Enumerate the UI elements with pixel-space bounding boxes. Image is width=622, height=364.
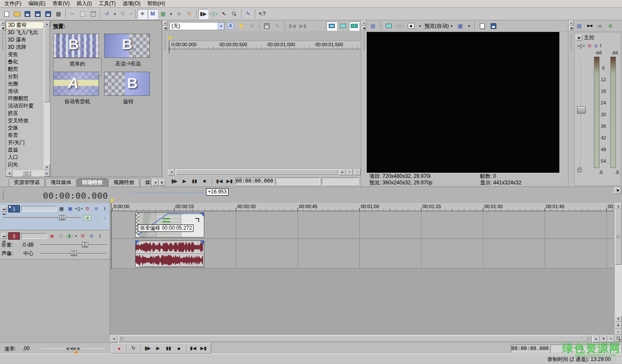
tab-scroll-right-icon[interactable]: ►	[159, 179, 165, 186]
envelope-edit-tool-button[interactable]: ∘▯∘	[209, 9, 219, 19]
save-button[interactable]	[22, 9, 32, 19]
split-screen-button[interactable]: ●	[406, 21, 416, 31]
fx-selection-length[interactable]	[322, 177, 359, 185]
lock-envelopes-button[interactable]: ⊕	[174, 9, 184, 19]
drag-grip[interactable]	[164, 33, 166, 50]
volume-slider[interactable]	[40, 244, 107, 246]
dim-output-button[interactable]: ◁↓	[596, 21, 604, 31]
transition-list-item[interactable]: 3D 洗牌	[6, 44, 44, 51]
zoom-tool-icon[interactable]	[615, 335, 622, 342]
slider-handle[interactable]	[82, 242, 88, 247]
transition-list-item[interactable]: 分割	[6, 73, 44, 80]
menu-item[interactable]: 工具(T)	[95, 0, 119, 8]
fx-time-ruler[interactable]: 0:00:00.00000:00:00.50000:00:01.00000:00…	[168, 41, 361, 49]
automation-gear-icon[interactable]: ⚙	[79, 233, 86, 239]
tab-item[interactable]: 资源管理器	[9, 178, 45, 187]
transport-time-display[interactable]: 00:00:00.000	[511, 345, 549, 352]
save-preset-button[interactable]: ⚡	[236, 21, 246, 31]
close-icon[interactable]: ×	[362, 21, 366, 25]
go-to-start-button[interactable]: ▮◀	[188, 344, 198, 352]
track-motion-icon[interactable]: ▣	[67, 206, 74, 212]
transition-list-item[interactable]: 3D 飞入/飞出	[6, 29, 44, 36]
transition-list-item[interactable]: 滑动	[6, 88, 44, 95]
loop-marker-icon[interactable]	[111, 199, 115, 203]
preset-item[interactable]: B简单的	[53, 34, 102, 71]
scroll-up-icon[interactable]: ▲	[44, 21, 50, 27]
transition-list-item[interactable]: 卷页	[6, 132, 44, 139]
envelope-lock-button[interactable]: M	[148, 9, 158, 19]
undo-button[interactable]: ↺	[102, 9, 112, 19]
pan-slider[interactable]	[40, 253, 107, 254]
close-icon[interactable]: ×	[0, 21, 5, 25]
loop-playback-button[interactable]: ↻	[129, 344, 138, 352]
solo-icon[interactable]: !	[101, 206, 108, 212]
fx-selection-start[interactable]	[276, 177, 321, 185]
solo-icon[interactable]: !	[600, 43, 602, 48]
transition-list-item[interactable]: 盘旋	[6, 146, 44, 154]
menu-item[interactable]: 帮助(H)	[144, 0, 168, 8]
tab-item[interactable]: 项目媒体	[45, 178, 76, 187]
insert-envelope-button[interactable]: ▦	[158, 9, 168, 19]
drag-grip[interactable]	[363, 33, 365, 50]
scroll-down-icon[interactable]: ▼	[44, 164, 50, 170]
scroll-left-icon[interactable]: ◄	[6, 170, 13, 177]
zoom-out-track-icon[interactable]: −	[615, 329, 622, 335]
prev-frame-button[interactable]: ▮◀	[215, 177, 223, 185]
automation-gear-icon[interactable]: ⚙	[84, 206, 91, 212]
preset-item[interactable]: B左边->右边	[104, 34, 152, 71]
zoom-tool-button[interactable]	[229, 9, 239, 19]
downmix-button[interactable]: ▶◀	[585, 21, 594, 31]
prev-keyframe-button[interactable]: ▮◀	[287, 21, 297, 31]
slider-handle[interactable]	[59, 215, 65, 220]
scroll-left-icon[interactable]: ◄	[110, 335, 117, 342]
track-header-1[interactable]: ▬▬ 1 ▦ ▣ ∘▯∘ ⚙ ⊘ ! α ↑ ↓	[0, 203, 110, 230]
transition-list-hscrollbar[interactable]: ◄ ►	[6, 170, 50, 177]
overlays-button[interactable]: ▦	[455, 21, 465, 31]
transition-list-item[interactable]: 3D 瀑布	[6, 36, 44, 44]
stop-button[interactable]: ■	[174, 344, 184, 352]
new-project-button[interactable]	[2, 9, 12, 19]
fx-marker-bar[interactable]	[168, 32, 361, 41]
close-icon[interactable]: ×	[569, 21, 574, 25]
solo-icon[interactable]: !	[96, 233, 104, 239]
dock-arrow-icon[interactable]: ◄	[0, 26, 5, 31]
fx-dropdown-icon[interactable]: ▼	[74, 233, 78, 239]
render-as-button[interactable]	[43, 9, 53, 19]
play-from-start-button[interactable]: ▮▶	[170, 177, 178, 185]
mixer-properties-button[interactable]: ▤	[575, 21, 584, 31]
timeline-canvas[interactable]: 0:00:0000:00:1500:00:3000:00:4500:01:000…	[110, 203, 614, 335]
timeline-ruler[interactable]: 0:00:0000:00:1500:00:3000:00:4500:01:000…	[110, 203, 614, 211]
pan-value[interactable]: 中心	[18, 250, 37, 257]
cut-button[interactable]: ✂	[67, 9, 77, 19]
redo-button[interactable]: ↻	[118, 9, 128, 19]
resize-grip[interactable]	[616, 358, 622, 363]
go-to-end-button[interactable]: ▶▮	[199, 344, 208, 352]
view-split-button[interactable]	[349, 22, 359, 31]
drag-grip[interactable]	[2, 33, 4, 50]
transition-list-item[interactable]: 交换	[6, 124, 44, 132]
composite-mode-icon[interactable]: α	[84, 215, 91, 221]
mute-icon[interactable]: ⊘	[92, 206, 100, 212]
paste-button[interactable]	[88, 9, 98, 19]
save-as-button[interactable]	[33, 9, 43, 19]
next-frame-button[interactable]: ▶▮	[225, 177, 234, 185]
transition-list-item[interactable]: 3D 窗帘	[6, 22, 44, 29]
dock-arrow-icon[interactable]: ◄	[362, 26, 366, 31]
animate-button[interactable]: A	[225, 21, 235, 31]
slider-handle[interactable]	[71, 251, 77, 256]
transition-list-scrollbar[interactable]: ▲ ▼	[44, 21, 50, 170]
delete-preset-button[interactable]: ×	[247, 21, 257, 31]
make-child-icon[interactable]: ↓	[101, 215, 108, 221]
menu-item[interactable]: 编辑(E)	[25, 0, 49, 8]
track-fx-icon[interactable]: ∘▯∘	[75, 206, 83, 212]
save-fx-button[interactable]	[262, 21, 272, 31]
tab-item[interactable]: 视频特效	[108, 178, 140, 187]
copy-button[interactable]	[78, 9, 88, 19]
invert-phase-icon[interactable]: ∅	[57, 233, 64, 239]
lock-icon[interactable]	[578, 169, 581, 172]
mute-icon[interactable]: ⊘	[594, 43, 598, 49]
transition-list-item[interactable]: 交叉特效	[6, 117, 44, 124]
video-preview-screen[interactable]	[367, 32, 559, 173]
play-button[interactable]: ▶	[153, 344, 163, 352]
minimize-track-icon[interactable]: ▬▬	[1, 233, 7, 239]
